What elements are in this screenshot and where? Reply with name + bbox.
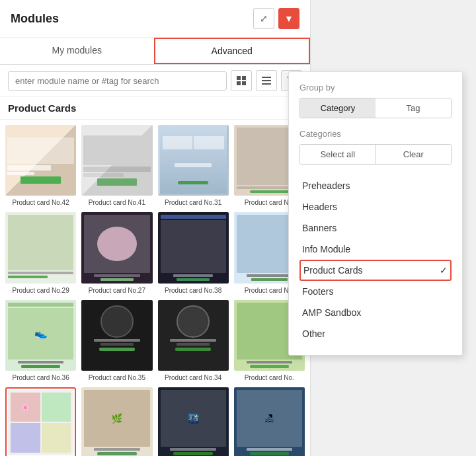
svg-rect-0 [237, 76, 241, 80]
select-all-button[interactable]: Select all [300, 145, 376, 164]
header: Modules ⤢ ▼ [0, 0, 310, 38]
card-label: Product card No.42 [13, 198, 69, 207]
card-thumbnail [81, 125, 152, 196]
category-list: Preheaders Headers Banners Info Module P… [299, 175, 452, 344]
card-label: Product card No.38 [165, 286, 221, 295]
category-item-amp-sandbox[interactable]: AMP Sandbox [299, 302, 452, 323]
category-item-footers[interactable]: Footers [299, 281, 452, 302]
card-thumbnail: 👟 [5, 300, 76, 371]
card-label: Product card No. [245, 198, 294, 207]
main-panel: Modules ⤢ ▼ My modules Advanced [0, 0, 311, 456]
list-item[interactable]: Product card No.35 [81, 300, 152, 382]
svg-rect-3 [242, 81, 246, 85]
card-thumbnail [5, 125, 76, 196]
card-thumbnail [81, 212, 152, 283]
card-label: Product card No.29 [13, 286, 69, 295]
card-thumbnail [81, 300, 152, 371]
tab-my-modules[interactable]: My modules [0, 38, 154, 64]
category-item-headers[interactable]: Headers [299, 196, 452, 217]
grid-view-button[interactable] [231, 70, 252, 91]
categories-label: Categories [299, 129, 452, 139]
svg-rect-1 [242, 76, 246, 80]
card-thumbnail: 🌃 [158, 387, 229, 456]
list-item[interactable]: Product card No.41 [81, 125, 152, 207]
list-item[interactable]: 👟 Product card No.36 [5, 300, 76, 382]
list-item[interactable]: 🏖 Product card No.25 [234, 387, 305, 456]
clear-button[interactable]: Clear [376, 145, 452, 164]
search-input[interactable] [8, 71, 227, 91]
list-item[interactable]: Product card No.38 [158, 212, 229, 294]
card-label: Product card No.34 [165, 373, 221, 382]
category-item-other[interactable]: Other [299, 323, 452, 344]
section-label: Product Cards [0, 97, 310, 120]
card-label: Product card No.31 [165, 198, 221, 207]
header-icons: ⤢ ▼ [253, 8, 299, 29]
list-item[interactable]: Product card No.29 [5, 212, 76, 294]
category-item-product-cards[interactable]: Product Cards ✓ [299, 260, 452, 281]
svg-rect-4 [262, 77, 271, 78]
toggle-category[interactable]: Category [300, 98, 376, 118]
page-title: Modules [11, 12, 59, 26]
category-item-preheaders[interactable]: Preheaders [299, 175, 452, 196]
filter-dropdown: Group by Category Tag Categories Select … [288, 71, 463, 356]
card-label: Product card No.35 [89, 373, 145, 382]
card-grid-container: Product card No.42 Product card No.41 [0, 120, 310, 456]
list-item[interactable]: 🌿 Product card No.28 [81, 387, 152, 456]
list-item[interactable]: Product card No.34 [158, 300, 229, 382]
list-item[interactable]: Product card No.27 [81, 212, 152, 294]
list-item[interactable]: Product card No.31 [158, 125, 229, 207]
card-thumbnail [158, 125, 229, 196]
list-item[interactable]: Product card No.42 [5, 125, 76, 207]
expand-icon[interactable]: ⤢ [253, 8, 274, 29]
card-label: Product card No.41 [89, 198, 145, 207]
select-clear-group: Select all Clear [299, 144, 452, 165]
card-thumbnail: 🏖 [234, 387, 305, 456]
list-item[interactable]: 🌃 Product card No.26 [158, 387, 229, 456]
card-thumbnail [5, 212, 76, 283]
category-item-banners[interactable]: Banners [299, 217, 452, 239]
svg-rect-6 [262, 83, 271, 85]
card-label: Product card No.36 [13, 373, 69, 382]
group-by-label: Group by [299, 83, 452, 93]
card-label: Product card No. [245, 373, 294, 382]
checkmark-icon: ✓ [440, 265, 448, 276]
group-by-toggle: Category Tag [299, 98, 452, 118]
tab-advanced[interactable]: Advanced [154, 38, 311, 64]
svg-rect-5 [262, 80, 271, 81]
card-grid: Product card No.42 Product card No.41 [5, 125, 305, 456]
card-thumbnail [158, 300, 229, 371]
card-label: Product card No.27 [89, 286, 145, 295]
card-label: Product card No. [245, 286, 294, 295]
card-thumbnail [158, 212, 229, 283]
toggle-tag[interactable]: Tag [376, 98, 451, 118]
search-bar [0, 65, 310, 97]
dropdown-icon[interactable]: ▼ [278, 8, 299, 29]
card-thumbnail: 🌿 [81, 387, 152, 456]
svg-rect-2 [237, 81, 241, 85]
tabs: My modules Advanced [0, 38, 310, 65]
list-item[interactable]: 🌸 Product card No.32 [5, 387, 76, 456]
category-item-info-module[interactable]: Info Module [299, 239, 452, 260]
list-view-button[interactable] [256, 70, 277, 91]
card-thumbnail: 🌸 [8, 390, 73, 455]
